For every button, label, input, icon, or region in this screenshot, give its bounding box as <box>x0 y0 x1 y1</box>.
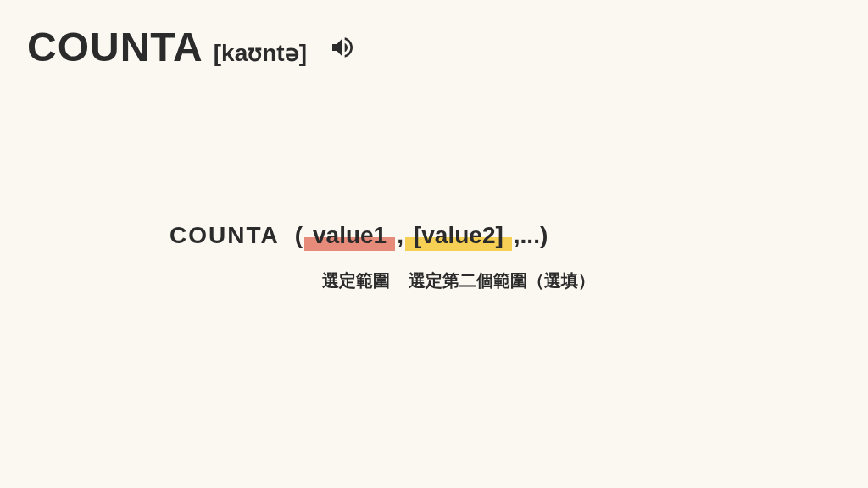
header-row: COUNTA [kaʊntə] <box>27 24 307 70</box>
param-value2: [value2] <box>410 222 507 249</box>
rest-params: ,...) <box>514 222 548 249</box>
param-value2-text: [value2] <box>414 222 504 248</box>
function-name: COUNTA <box>170 222 280 249</box>
formula-syntax: COUNTA ( value1 , [value2] ,...) <box>170 222 817 249</box>
annotation-value1: 選定範圍 <box>322 269 390 292</box>
phonetic-text: [kaʊntə] <box>214 39 307 67</box>
annotation-value2: 選定第二個範圍（選填） <box>409 269 595 292</box>
annotations-row: 選定範圍 選定第二個範圍（選填） <box>322 269 595 292</box>
function-title: COUNTA <box>27 24 203 70</box>
comma-1: , <box>397 222 403 249</box>
param-value1: value1 <box>309 222 390 249</box>
speaker-icon[interactable] <box>329 34 356 61</box>
open-paren: ( <box>295 222 303 249</box>
param-value1-text: value1 <box>313 222 387 248</box>
formula-container: COUNTA ( value1 , [value2] ,...) <box>170 222 817 249</box>
